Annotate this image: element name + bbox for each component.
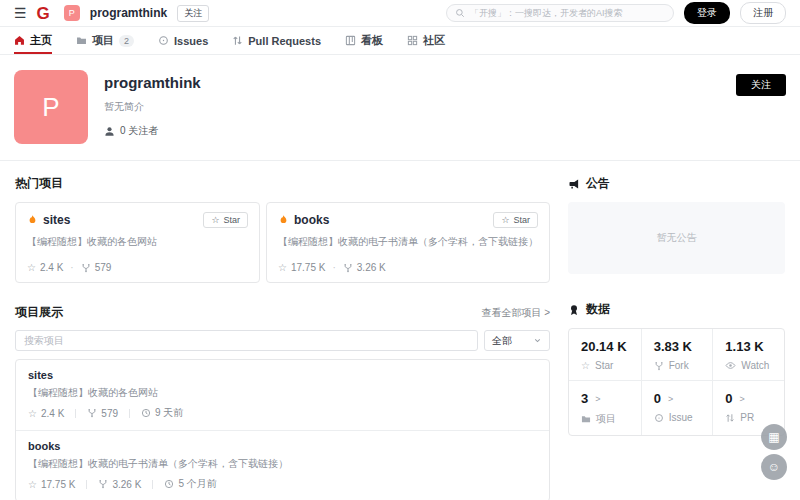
announcement-empty: 暂无公告 — [568, 202, 785, 274]
stat-value: 0 — [725, 391, 732, 406]
fork-icon — [81, 263, 91, 273]
filter-selected-value: 全部 — [492, 334, 512, 348]
star-icon: ☆ — [27, 262, 36, 273]
tab-kanban[interactable]: 看板 — [345, 27, 383, 54]
repo-name[interactable]: books — [294, 213, 329, 227]
repo-name[interactable]: sites — [43, 213, 70, 227]
kanban-icon — [345, 35, 356, 46]
popular-card-sites[interactable]: sites ☆ Star 【编程随想】收藏的各色网站 ☆ 2.4 K · — [15, 202, 260, 283]
tab-label: Issues — [174, 35, 208, 47]
login-button[interactable]: 登录 — [684, 2, 730, 24]
star-button-label: Star — [223, 215, 240, 225]
popular-card-books[interactable]: books ☆ Star 【编程随想】收藏的电子书清单（多个学科，含下载链接） … — [266, 202, 550, 283]
dot-separator: · — [332, 262, 335, 273]
grid-icon — [407, 35, 418, 46]
qrcode-fab-icon: ▦ — [768, 430, 779, 444]
stat-value: 3.83 K — [654, 339, 692, 354]
project-row-books[interactable]: books 【编程随想】收藏的电子书清单（多个学科，含下载链接） ☆ 17.75… — [16, 430, 549, 500]
star-button[interactable]: ☆ Star — [493, 212, 538, 228]
stat-star[interactable]: 20.14 K ☆ Star — [569, 329, 641, 380]
profile-nav: 主页 项目 2 Issues Pull Requests — [0, 27, 800, 55]
eye-icon — [725, 360, 736, 371]
chevron-right-icon: > — [668, 394, 673, 404]
tab-community[interactable]: 社区 — [407, 27, 445, 54]
header-search[interactable] — [446, 4, 674, 22]
repo-description: 【编程随想】收藏的各色网站 — [27, 235, 248, 249]
chevron-right-icon: > — [740, 394, 745, 404]
feedback-fab-icon: ☺ — [768, 460, 780, 474]
repo-stats: ☆ 17.75 K 3.26 K — [28, 477, 537, 491]
project-row-sites[interactable]: sites 【编程随想】收藏的各色网站 ☆ 2.4 K 579 — [16, 360, 549, 430]
repo-stats: ☆ 2.4 K 579 — [28, 406, 537, 420]
fork-icon — [98, 479, 108, 489]
chevron-right-icon: > — [595, 394, 600, 404]
header-avatar[interactable]: P — [64, 5, 80, 21]
right-column: 公告 暂无公告 数据 20.14 K ☆ Star 3.83 K — [568, 175, 785, 500]
chevron-down-icon — [533, 336, 542, 345]
stat-value: 20.14 K — [581, 339, 627, 354]
view-all-projects-link[interactable]: 查看全部项目 > — [481, 306, 550, 320]
header-username[interactable]: programthink — [90, 6, 167, 20]
star-count: 17.75 K — [41, 479, 75, 490]
follow-button[interactable]: 关注 — [736, 74, 786, 96]
left-column: 热门项目 sites ☆ Star 【编程随想】收藏的各色网站 — [15, 175, 550, 500]
profile-followers[interactable]: 0 关注者 — [104, 124, 201, 138]
stat-label: PR — [740, 412, 754, 423]
profile-section: P programthink 暂无简介 0 关注者 关注 — [0, 55, 800, 161]
star-icon: ☆ — [28, 408, 37, 419]
divider — [129, 409, 130, 418]
search-icon — [455, 8, 465, 18]
fork-count: 3.26 K — [357, 262, 386, 273]
stat-label: 项目 — [596, 412, 616, 426]
register-button[interactable]: 注册 — [740, 2, 786, 24]
profile-avatar: P — [14, 70, 88, 144]
stat-label: Fork — [669, 360, 689, 371]
tab-pull-requests[interactable]: Pull Requests — [232, 27, 321, 54]
tab-label: 项目 — [92, 33, 114, 48]
feedback-fab[interactable]: ☺ — [761, 454, 787, 480]
stat-fork[interactable]: 3.83 K Fork — [641, 329, 713, 380]
clock-icon — [164, 479, 174, 489]
projects-title: 项目展示 — [15, 304, 63, 321]
stat-value: 0 — [654, 391, 661, 406]
medal-icon — [568, 304, 580, 316]
project-filter-select[interactable]: 全部 — [484, 330, 550, 351]
updated-time: 5 个月前 — [178, 477, 216, 491]
stat-label: Star — [595, 360, 613, 371]
star-icon: ☆ — [501, 215, 509, 225]
repo-description: 【编程随想】收藏的电子书清单（多个学科，含下载链接） — [278, 235, 538, 249]
tab-home[interactable]: 主页 — [14, 27, 52, 54]
tab-label: 社区 — [423, 33, 445, 48]
repo-stats: ☆ 2.4 K · 579 — [27, 262, 248, 273]
stat-label: Issue — [669, 412, 693, 423]
menu-icon[interactable]: ☰ — [14, 6, 27, 20]
folder-icon — [581, 414, 591, 424]
pull-request-icon — [232, 35, 243, 46]
fork-icon — [654, 361, 664, 371]
issue-icon — [654, 413, 664, 423]
repo-description: 【编程随想】收藏的电子书清单（多个学科，含下载链接） — [28, 457, 537, 471]
popular-cards: sites ☆ Star 【编程随想】收藏的各色网站 ☆ 2.4 K · — [15, 202, 550, 283]
pull-request-icon — [725, 413, 735, 423]
profile-name: programthink — [104, 74, 201, 91]
clock-icon — [141, 408, 151, 418]
tab-projects[interactable]: 项目 2 — [76, 27, 134, 54]
tab-label: 看板 — [361, 33, 383, 48]
stat-issues[interactable]: 0 > Issue — [641, 380, 713, 435]
megaphone-icon — [568, 178, 580, 190]
stat-projects[interactable]: 3 > 项目 — [569, 380, 641, 435]
home-icon — [14, 35, 25, 46]
repo-name[interactable]: books — [28, 440, 537, 452]
qrcode-fab[interactable]: ▦ — [761, 424, 787, 450]
star-icon: ☆ — [278, 262, 287, 273]
gitee-logo[interactable]: G — [37, 5, 50, 22]
repo-name[interactable]: sites — [28, 369, 537, 381]
stat-watch[interactable]: 1.13 K Watch — [712, 329, 784, 380]
header-follow-button[interactable]: 关注 — [177, 5, 209, 22]
star-button[interactable]: ☆ Star — [203, 212, 248, 228]
followers-count: 0 关注者 — [120, 124, 158, 138]
fork-icon — [87, 408, 97, 418]
project-search-input[interactable] — [15, 330, 478, 351]
tab-issues[interactable]: Issues — [158, 27, 208, 54]
header-search-input[interactable] — [470, 8, 665, 18]
